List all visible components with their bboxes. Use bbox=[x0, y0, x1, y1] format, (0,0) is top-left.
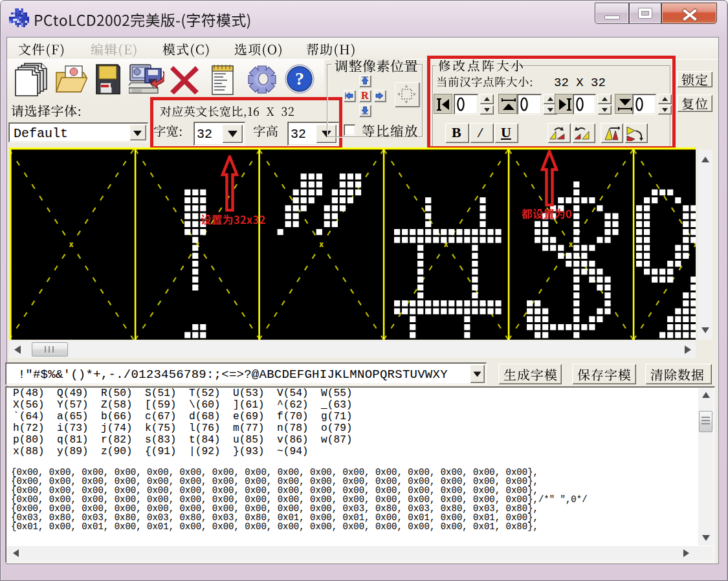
svg-text:?: ? bbox=[295, 69, 304, 89]
